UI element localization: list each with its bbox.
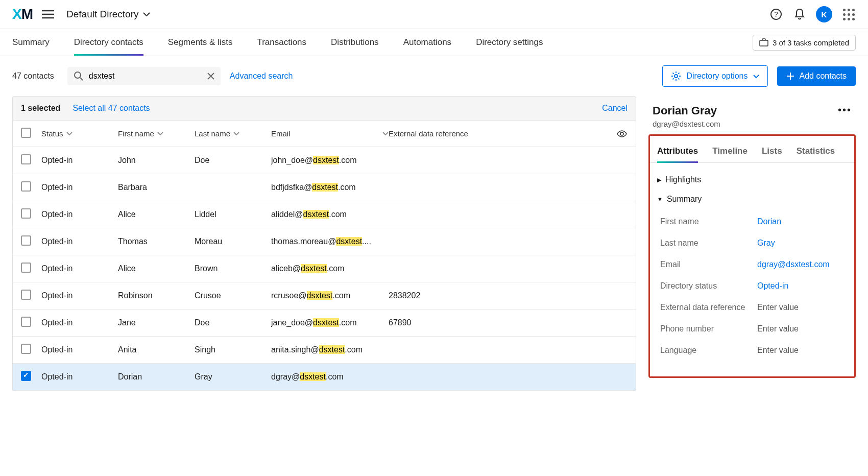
column-last-name[interactable]: Last name	[195, 129, 271, 138]
cell-email: jane_doe@dsxtest.com	[271, 318, 389, 327]
select-all-link[interactable]: Select all 47 contacts	[73, 104, 150, 113]
row-checkbox[interactable]	[21, 208, 31, 219]
table-row[interactable]: Opted-in Alice Brown aliceb@dsxtest.com	[13, 255, 636, 282]
highlights-section-toggle[interactable]: ▶ Highlights	[657, 170, 847, 189]
cell-email: dgray@dsxtest.com	[271, 372, 389, 382]
cell-last-name: Brown	[195, 264, 271, 273]
table-row[interactable]: Opted-in Alice Liddel aliddel@dsxtest.co…	[13, 201, 636, 228]
cell-status: Opted-in	[41, 372, 118, 382]
directory-label: Default Directory	[66, 9, 139, 20]
table-row[interactable]: Opted-in John Doe john_doe@dsxtest.com	[13, 147, 636, 174]
tab-segments-lists[interactable]: Segments & lists	[168, 29, 233, 56]
header-icons: ? K	[769, 6, 856, 22]
field-value[interactable]: Enter value	[757, 324, 799, 334]
table-row[interactable]: Opted-in Robinson Crusoe rcrusoe@dsxtest…	[13, 282, 636, 310]
row-checkbox[interactable]	[21, 181, 31, 192]
clear-icon[interactable]	[207, 73, 214, 80]
field-row: Email dgray@dsxtest.com	[660, 254, 844, 275]
tasks-text: 3 of 3 tasks completed	[773, 38, 849, 47]
search-input[interactable]	[89, 72, 202, 81]
field-value[interactable]: Gray	[757, 239, 775, 248]
tab-distributions[interactable]: Distributions	[331, 29, 379, 56]
field-row: Language Enter value	[660, 340, 844, 361]
field-label: Phone number	[660, 324, 757, 334]
column-first-name[interactable]: First name	[118, 129, 195, 138]
tab-summary[interactable]: Summary	[12, 29, 50, 56]
chevron-down-icon	[143, 12, 150, 16]
cell-last-name: Crusoe	[195, 291, 271, 300]
tab-directory-settings[interactable]: Directory settings	[476, 29, 543, 56]
field-value[interactable]: Enter value	[757, 346, 799, 355]
field-row: External data reference Enter value	[660, 297, 844, 318]
summary-section-toggle[interactable]: ▼ Summary	[657, 189, 847, 209]
cell-first-name: Alice	[118, 264, 195, 273]
field-value[interactable]: dgray@dsxtest.com	[757, 260, 830, 269]
search-box[interactable]	[67, 67, 221, 85]
table-header: Status First name Last name Email Extern…	[13, 121, 636, 147]
help-icon[interactable]: ?	[769, 7, 783, 21]
field-label: Last name	[660, 239, 757, 248]
more-icon[interactable]: •••	[838, 104, 852, 116]
logo[interactable]: XM	[12, 6, 33, 22]
table-row[interactable]: Opted-in Jane Doe jane_doe@dsxtest.com 6…	[13, 310, 636, 337]
tab-automations[interactable]: Automations	[403, 29, 452, 56]
row-checkbox[interactable]	[21, 263, 31, 273]
menu-icon[interactable]	[42, 10, 54, 19]
field-label: Email	[660, 260, 757, 269]
chevron-down-icon	[66, 132, 73, 135]
row-checkbox[interactable]	[21, 317, 31, 327]
chevron-down-icon	[157, 132, 163, 135]
table-row[interactable]: Opted-in Barbara bdfjdsfka@dsxtest.com	[13, 174, 636, 201]
cell-first-name: Alice	[118, 210, 195, 219]
cell-first-name: John	[118, 156, 195, 165]
detail-tab-attributes[interactable]: Attributes	[657, 142, 698, 162]
detail-email: dgray@dsxtest.com	[653, 120, 720, 128]
cell-first-name: Dorian	[118, 372, 195, 382]
table-row[interactable]: Opted-in Dorian Gray dgray@dsxtest.com	[13, 364, 636, 391]
field-value[interactable]: Enter value	[757, 303, 799, 312]
row-checkbox[interactable]	[21, 154, 31, 164]
cell-last-name: Singh	[195, 345, 271, 354]
triangle-down-icon: ▼	[657, 196, 663, 202]
field-value[interactable]: Opted-in	[757, 281, 788, 291]
tab-transactions[interactable]: Transactions	[257, 29, 306, 56]
row-checkbox[interactable]	[21, 235, 31, 246]
contacts-panel: 1 selected Select all 47 contacts Cancel…	[12, 96, 636, 391]
directory-select[interactable]: Default Directory	[66, 9, 150, 20]
detail-tab-statistics[interactable]: Statistics	[797, 142, 835, 162]
detail-tab-timeline[interactable]: Timeline	[712, 142, 748, 162]
column-external-ref[interactable]: External data reference	[389, 129, 628, 138]
apps-icon[interactable]	[841, 7, 856, 21]
advanced-search-link[interactable]: Advanced search	[230, 72, 293, 81]
column-status[interactable]: Status	[41, 129, 118, 138]
cell-last-name: Gray	[195, 372, 271, 382]
tasks-badge[interactable]: 3 of 3 tasks completed	[753, 35, 856, 51]
bell-icon[interactable]	[792, 7, 807, 21]
chevron-down-icon	[753, 75, 759, 78]
add-contacts-button[interactable]: Add contacts	[777, 66, 856, 86]
detail-header: Dorian Gray dgray@dsxtest.com •••	[648, 96, 856, 134]
row-checkbox[interactable]	[21, 290, 31, 300]
triangle-right-icon: ▶	[657, 177, 661, 183]
field-row: Directory status Opted-in	[660, 275, 844, 297]
tab-directory-contacts[interactable]: Directory contacts	[74, 29, 143, 56]
svg-rect-5	[760, 40, 768, 46]
table-row[interactable]: Opted-in Anita Singh anita.singh@dsxtest…	[13, 337, 636, 364]
selection-count: 1 selected	[21, 104, 60, 113]
attributes-section: ▶ Highlights ▼ Summary First name Dorian…	[650, 163, 854, 370]
field-value[interactable]: Dorian	[757, 217, 781, 226]
columns-visibility-icon[interactable]	[616, 129, 628, 138]
row-checkbox[interactable]	[21, 371, 31, 381]
field-label: Language	[660, 346, 757, 355]
cancel-selection-link[interactable]: Cancel	[602, 104, 628, 113]
table-row[interactable]: Opted-in Thomas Moreau thomas.moreau@dsx…	[13, 228, 636, 255]
column-email[interactable]: Email	[271, 129, 389, 138]
svg-point-10	[674, 75, 678, 78]
cell-email: rcrusoe@dsxtest.com	[271, 291, 389, 300]
select-all-checkbox[interactable]	[21, 128, 31, 138]
cell-last-name: Doe	[195, 318, 271, 327]
row-checkbox[interactable]	[21, 344, 31, 354]
detail-tab-lists[interactable]: Lists	[762, 142, 782, 162]
directory-options-button[interactable]: Directory options	[662, 65, 767, 87]
avatar[interactable]: K	[816, 6, 832, 22]
